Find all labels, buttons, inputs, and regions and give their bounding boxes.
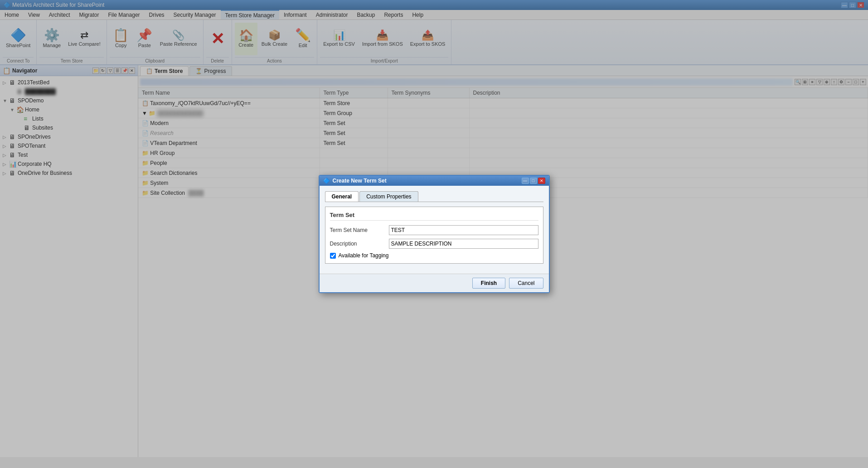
- finish-button[interactable]: Finish: [472, 278, 505, 289]
- form-row-term-set-name: Term Set Name: [330, 225, 538, 235]
- modal-section: Term Set Term Set Name Description Avail…: [325, 207, 543, 264]
- modal-close-button[interactable]: ✕: [538, 178, 545, 184]
- form-row-description: Description: [330, 239, 538, 249]
- create-term-set-modal: 🔷 Create New Term Set — □ ✕ General Cust…: [319, 175, 550, 293]
- cancel-button[interactable]: Cancel: [509, 278, 543, 289]
- modal-minimize-button[interactable]: —: [522, 178, 529, 184]
- modal-tabs: General Custom Properties: [325, 191, 543, 202]
- modal-tab-custom-properties[interactable]: Custom Properties: [359, 191, 418, 202]
- modal-footer: Finish Cancel: [320, 274, 549, 292]
- modal-body: General Custom Properties Term Set Term …: [320, 186, 549, 274]
- description-label: Description: [330, 241, 389, 247]
- modal-icon: 🔷: [323, 178, 330, 184]
- term-set-name-label: Term Set Name: [330, 227, 389, 233]
- modal-tab-general[interactable]: General: [325, 191, 359, 202]
- modal-title-controls[interactable]: — □ ✕: [522, 178, 545, 184]
- term-set-name-input[interactable]: [389, 225, 538, 235]
- form-row-available-for-tagging: Available for Tagging: [330, 252, 538, 259]
- modal-overlay: 🔷 Create New Term Set — □ ✕ General Cust…: [0, 0, 868, 468]
- description-input[interactable]: [389, 239, 538, 249]
- modal-titlebar: 🔷 Create New Term Set — □ ✕: [320, 176, 549, 186]
- modal-title-left: 🔷 Create New Term Set: [323, 178, 387, 184]
- modal-restore-button[interactable]: □: [530, 178, 537, 184]
- available-for-tagging-checkbox[interactable]: [330, 253, 336, 259]
- available-for-tagging-label: Available for Tagging: [339, 252, 389, 259]
- modal-title: Create New Term Set: [333, 178, 387, 184]
- modal-section-title: Term Set: [330, 212, 538, 221]
